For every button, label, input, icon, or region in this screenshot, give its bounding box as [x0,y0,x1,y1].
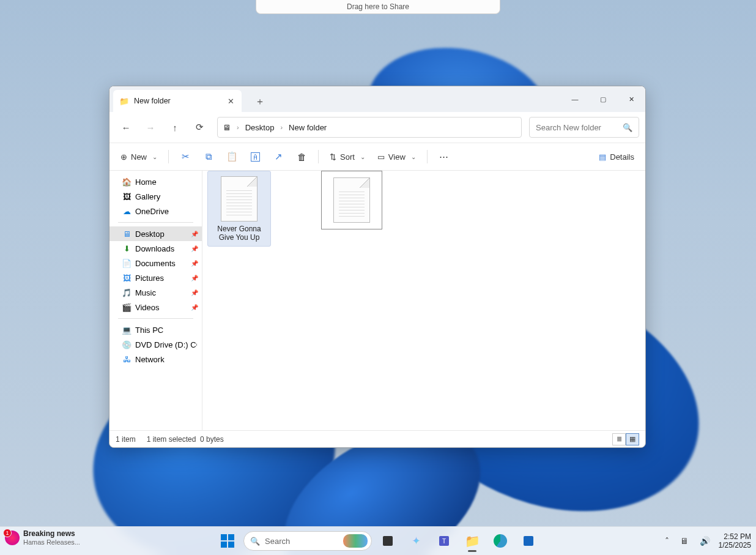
sidebar-item-home[interactable]: 🏠Home [109,174,202,189]
network-icon[interactable]: 🖥 [678,534,691,548]
gallery-icon: 🖼 [122,192,132,201]
more-button[interactable]: ⋯ [434,147,454,166]
details-icon: ▤ [599,152,606,162]
chevron-right-icon: › [278,124,285,131]
pin-icon: 📌 [191,245,198,252]
store-button[interactable] [516,529,541,553]
refresh-button[interactable]: ⟳ [189,117,210,138]
sidebar-item-pictures[interactable]: 🖼Pictures📌 [109,270,202,285]
cloud-icon: ☁ [122,206,132,216]
copilot-icon: ✦ [412,534,421,548]
search-input[interactable]: Search New folder 🔍 [529,117,639,138]
volume-icon[interactable]: 🔊 [697,534,713,548]
taskbar-search[interactable]: 🔍 Search [243,531,372,551]
nav-row: ← → ↑ ⟳ 🖥 › Desktop › New folder Search … [109,112,645,143]
navigation-pane: 🏠Home 🖼Gallery ☁OneDrive 🖥Desktop📌 ⬇Down… [109,171,202,430]
drag-ghost [321,171,382,229]
pictures-icon: 🖼 [122,273,132,283]
trash-icon: 🗑 [297,152,306,162]
video-icon: 🎬 [122,302,132,312]
task-view-button[interactable] [376,529,400,553]
edge-button[interactable] [488,529,513,553]
sidebar-item-this-pc[interactable]: 💻This PC [109,322,202,337]
sidebar-item-dvd[interactable]: 💿DVD Drive (D:) CCCC [109,337,202,352]
news-badge: 1 [3,529,12,537]
search-placeholder: Search [265,537,290,546]
rename-button[interactable]: 🄰 [245,147,265,166]
view-icon: ▭ [377,152,385,162]
tray-overflow-button[interactable]: ˄ [662,534,672,548]
separator [318,150,319,163]
paste-button[interactable]: 📋 [221,147,242,166]
teams-button[interactable]: T [432,529,456,553]
share-button[interactable]: ↗ [268,147,289,166]
status-selected: 1 item selected 0 bytes [147,435,224,444]
pin-icon: 📌 [191,231,198,237]
sidebar-item-desktop[interactable]: 🖥Desktop📌 [109,226,202,241]
file-item[interactable]: Never Gonna Give You Up [207,171,271,247]
address-bar[interactable]: 🖥 › Desktop › New folder [217,117,522,138]
new-button[interactable]: ⊕ New ⌄ [116,147,162,166]
breadcrumb-segment[interactable]: Desktop [245,123,275,132]
file-explorer-button[interactable]: 📁 [460,529,484,553]
sidebar-item-downloads[interactable]: ⬇Downloads📌 [109,241,202,256]
sidebar-item-documents[interactable]: 📄Documents📌 [109,256,202,270]
view-button[interactable]: ▭ View ⌄ [372,147,421,166]
new-tab-button[interactable]: ＋ [249,92,271,112]
copilot-button[interactable]: ✦ [404,529,428,553]
pin-icon: 📌 [191,304,198,311]
pin-icon: 📌 [191,260,198,267]
tab-close-button[interactable]: ✕ [224,95,238,107]
clock-date: 1/25/2025 [719,541,751,549]
share-icon: ↗ [275,151,283,162]
music-icon: 🎵 [122,288,132,297]
back-button[interactable]: ← [116,117,136,138]
explorer-tab[interactable]: 📁 New folder ✕ [113,90,242,112]
search-decoration-icon [343,534,368,548]
close-button[interactable]: ✕ [617,86,645,112]
start-button[interactable] [215,529,240,553]
details-view-button[interactable]: ≣ [612,433,626,445]
breadcrumb-segment[interactable]: New folder [289,123,327,132]
copy-button[interactable]: ⧉ [198,147,219,166]
maximize-button[interactable]: ▢ [589,86,617,112]
pin-icon: 📌 [191,275,198,281]
sidebar-item-onedrive[interactable]: ☁OneDrive [109,204,202,218]
separator [168,150,169,163]
cut-button[interactable]: ✂ [175,147,196,166]
plus-circle-icon: ⊕ [120,152,127,162]
task-view-icon [383,536,393,546]
up-button[interactable]: ↑ [165,117,185,138]
minimize-button[interactable]: ― [561,86,589,112]
separator [427,150,428,163]
details-button[interactable]: ▤ Details [594,147,639,166]
delete-button[interactable]: 🗑 [291,147,312,166]
monitor-icon: 🖥 [223,123,231,132]
news-widget[interactable]: 1 Breaking news Hamas Releases... [5,529,80,546]
pc-icon: 💻 [122,325,132,335]
forward-button[interactable]: → [140,117,161,138]
share-drop-target[interactable]: Drag here to Share [256,0,500,14]
rename-icon: 🄰 [251,152,260,162]
text-file-icon [333,177,370,223]
folder-icon: 📁 [465,534,480,548]
windows-logo-icon [221,534,234,548]
file-list-area[interactable]: Never Gonna Give You Up [202,171,645,430]
clock[interactable]: 2:52 PM 1/25/2025 [719,532,751,550]
icons-view-button[interactable]: ▦ [626,433,639,445]
desktop-icon: 🖥 [122,229,132,239]
active-indicator [468,550,476,552]
store-icon [524,536,533,546]
edge-icon [494,534,507,548]
sidebar-item-network[interactable]: 🖧Network [109,352,202,367]
sidebar-item-videos[interactable]: 🎬Videos📌 [109,300,202,315]
sidebar-item-music[interactable]: 🎵Music📌 [109,285,202,300]
file-explorer-window: 📁 New folder ✕ ＋ ― ▢ ✕ ← → ↑ ⟳ 🖥 › Deskt… [109,86,646,448]
separator [118,222,193,223]
taskbar-center: 🔍 Search ✦ T 📁 [215,529,541,553]
chevron-down-icon: ⌄ [360,154,365,160]
sort-button[interactable]: ⇅ Sort ⌄ [325,147,370,166]
sidebar-item-gallery[interactable]: 🖼Gallery [109,189,202,204]
status-item-count: 1 item [116,435,136,444]
window-controls: ― ▢ ✕ [561,86,645,112]
